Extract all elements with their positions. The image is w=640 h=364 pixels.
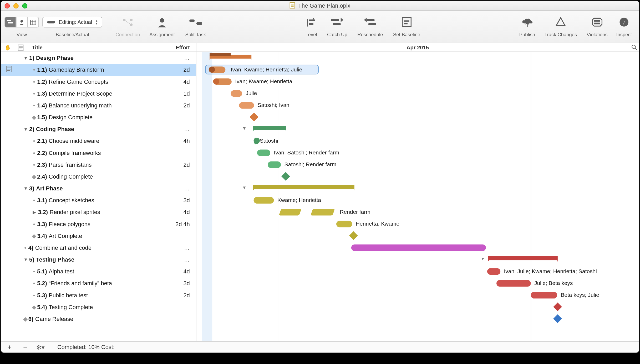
task-row[interactable]: ◆6)Game Release — [1, 313, 196, 325]
task-row[interactable]: ◆5.4)Testing Complete — [1, 301, 196, 313]
task-effort[interactable]: … — [165, 185, 196, 191]
task-row[interactable]: •1.3)Determine Project Scope1d — [1, 88, 196, 100]
disclosure-triangle[interactable]: ▼ — [22, 186, 29, 191]
title-column-header[interactable]: Title — [27, 44, 163, 50]
task-title[interactable]: Public beta test — [49, 292, 165, 298]
task-title[interactable]: Game Release — [35, 315, 165, 322]
catch-up-button[interactable] — [331, 16, 343, 28]
task-row[interactable]: ▼3)Art Phase… — [1, 183, 196, 194]
task-effort[interactable]: 4d — [165, 268, 196, 274]
view-calendar-button[interactable] — [27, 17, 39, 27]
connection-button[interactable] — [122, 16, 134, 28]
timeline-date-header[interactable]: Apr 2015 — [407, 44, 429, 50]
task-effort[interactable]: 4d — [165, 78, 196, 85]
task-title[interactable]: Fleece polygons — [49, 221, 165, 227]
task-title[interactable]: Determine Project Scope — [49, 90, 165, 97]
task-row[interactable]: ◆1.5)Design Complete — [1, 111, 196, 123]
task-title[interactable]: Gameplay Brainstorm — [49, 66, 165, 73]
task-title[interactable]: “Friends and family” beta — [49, 280, 165, 287]
violations-button[interactable] — [591, 16, 603, 28]
task-effort[interactable]: 2d — [165, 161, 196, 168]
task-title[interactable]: Alpha test — [49, 268, 165, 274]
minimize-window-button[interactable] — [13, 3, 19, 8]
task-effort[interactable]: 4d — [165, 209, 196, 215]
task-outline[interactable]: ▼1)Design Phase…•1.1)Gameplay Brainstorm… — [1, 52, 196, 341]
note-icon[interactable] — [4, 66, 14, 73]
milestone-marker[interactable] — [349, 231, 358, 240]
task-title[interactable]: Testing Phase — [36, 256, 165, 263]
group-bar[interactable] — [253, 185, 354, 189]
gantt-chart[interactable]: Ivan; Kwame; Henrietta; JulieIvan; Kwame… — [196, 52, 639, 341]
task-title[interactable]: Coding Complete — [49, 173, 165, 180]
gantt-disclosure[interactable]: ▼ — [242, 185, 247, 190]
task-title[interactable]: Art Complete — [49, 232, 165, 239]
gantt-disclosure[interactable]: ▼ — [242, 126, 247, 131]
note-column-icon[interactable] — [14, 44, 27, 50]
task-row[interactable]: •5.2)“Friends and family” beta3d — [1, 277, 196, 289]
group-bar[interactable] — [253, 126, 286, 130]
remove-button[interactable]: − — [21, 343, 30, 351]
view-mode-segmented[interactable] — [4, 17, 39, 27]
task-effort[interactable]: 3d — [165, 280, 196, 287]
hand-column-icon[interactable]: ✋ — [1, 44, 14, 50]
task-bar[interactable] — [487, 268, 500, 275]
task-effort[interactable]: … — [165, 126, 196, 132]
view-gantt-button[interactable] — [4, 17, 16, 27]
task-effort[interactable]: 2d — [165, 66, 196, 73]
task-bar-split[interactable] — [279, 209, 301, 215]
search-icon[interactable] — [631, 44, 637, 51]
set-baseline-button[interactable] — [400, 16, 413, 28]
task-bar-split[interactable] — [311, 209, 335, 215]
task-bar[interactable] — [496, 280, 531, 287]
level-button[interactable] — [305, 16, 317, 28]
task-row[interactable]: ◆3.4)Art Complete — [1, 230, 196, 242]
task-row[interactable]: ▼5)Testing Phase… — [1, 254, 196, 266]
milestone-marker[interactable] — [281, 172, 290, 181]
task-row[interactable]: •2.2)Compile frameworks — [1, 147, 196, 159]
milestone-marker[interactable] — [250, 113, 258, 121]
task-row[interactable]: •4)Combine art and code… — [1, 242, 196, 254]
task-title[interactable]: Design Complete — [49, 114, 165, 120]
task-title[interactable]: Testing Complete — [49, 304, 165, 310]
task-row[interactable]: ▶3.2)Render pixel sprites4d — [1, 206, 196, 218]
assignment-button[interactable] — [156, 16, 168, 28]
task-row[interactable]: •1.2)Refine Game Concepts4d — [1, 76, 196, 87]
disclosure-triangle[interactable]: ▼ — [22, 55, 29, 60]
zoom-window-button[interactable] — [22, 3, 27, 8]
reschedule-button[interactable] — [364, 16, 376, 28]
group-bar[interactable] — [210, 55, 251, 59]
task-effort[interactable]: 2d 4h — [165, 221, 196, 227]
task-row[interactable]: ◆2.4)Coding Complete — [1, 171, 196, 183]
milestone-marker[interactable] — [553, 303, 562, 311]
task-row[interactable]: ▼1)Design Phase… — [1, 52, 196, 64]
task-title[interactable]: Compile frameworks — [49, 149, 165, 156]
task-bar[interactable] — [351, 245, 486, 251]
track-changes-button[interactable] — [555, 16, 567, 28]
task-effort[interactable]: … — [165, 54, 196, 61]
task-bar[interactable] — [268, 162, 281, 168]
inspect-button[interactable]: i — [618, 16, 630, 28]
task-effort[interactable]: 3d — [165, 197, 196, 203]
task-row[interactable]: •1.4)Balance underlying math2d — [1, 100, 196, 111]
task-bar[interactable] — [231, 90, 242, 97]
task-row[interactable]: •5.3)Public beta test2d — [1, 289, 196, 301]
add-button[interactable]: + — [4, 343, 14, 351]
task-row[interactable]: •3.3)Fleece polygons2d 4h — [1, 218, 196, 230]
task-effort[interactable]: 2d — [165, 102, 196, 108]
milestone-marker[interactable] — [553, 314, 562, 323]
task-bar[interactable] — [257, 150, 270, 156]
task-title[interactable]: Art Phase — [36, 185, 165, 191]
task-title[interactable]: Choose middleware — [49, 137, 165, 144]
group-bar[interactable] — [488, 256, 557, 260]
split-task-button[interactable] — [189, 16, 202, 28]
task-effort[interactable]: 2d — [165, 292, 196, 298]
gantt-disclosure[interactable]: ▼ — [481, 256, 485, 261]
disclosure-triangle[interactable]: ▼ — [22, 257, 29, 262]
task-title[interactable]: Parse framistans — [49, 161, 165, 168]
task-title[interactable]: Combine art and code — [35, 244, 165, 251]
task-title[interactable]: Render pixel sprites — [50, 209, 165, 215]
task-row[interactable]: •5.1)Alpha test4d — [1, 266, 196, 277]
disclosure-triangle[interactable]: ▼ — [22, 127, 29, 131]
task-effort[interactable]: 4h — [165, 137, 196, 144]
task-bar[interactable] — [531, 292, 557, 299]
